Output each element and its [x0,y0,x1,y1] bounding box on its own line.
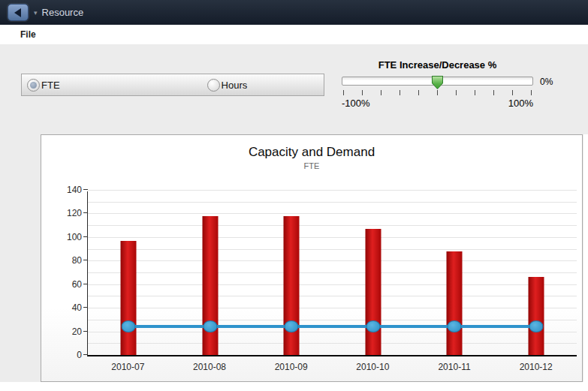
y-axis-label: 80 [52,255,82,266]
slider-tick [362,90,363,95]
chart-panel: Capacity and Demand FTE 0204060801001201… [41,134,583,382]
y-axis-label: 120 [52,208,82,218]
radio-hours-label: Hours [222,80,248,91]
fte-slider-widget: FTE Increase/Decrease % 0% -100% 100% [342,59,533,109]
slider-tick [512,90,513,95]
capacity-line [128,325,536,328]
bar [121,241,137,355]
line-marker [285,320,299,332]
x-axis-labels: 2010-072010-082010-092010-102010-112010-… [87,362,577,372]
slider-tick [381,90,381,95]
back-button[interactable] [8,4,29,21]
window-title: Resource [42,7,84,18]
radio-hours[interactable]: Hours [207,79,248,92]
x-axis-label: 2010-09 [250,362,332,372]
x-axis-label: 2010-07 [87,362,169,372]
y-axis-label: 40 [52,302,82,313]
plot-area: 020406080100120140 [87,191,577,356]
slider-thumb-face [433,77,442,89]
slider-tick [418,90,419,95]
radio-fte[interactable]: FTE [27,79,60,92]
slider-tick [475,90,475,95]
slider-ticks [342,90,533,95]
bar [447,251,463,355]
back-arrow-icon [14,8,21,17]
slider-tick [531,90,532,95]
bar-series [88,191,577,355]
x-axis-label: 2010-10 [332,362,414,372]
slider-min-label: -100% [342,98,370,109]
bar [528,277,544,355]
line-marker [448,320,462,332]
chart-subtitle: FTE [41,161,582,170]
x-axis-label: 2010-12 [495,362,577,372]
unit-radio-group: FTE Hours [21,74,324,96]
slider-label: FTE Increase/Decrease % [342,59,533,71]
y-axis-label: 20 [52,326,82,337]
slider-thumb[interactable] [432,76,443,89]
y-axis-label: 60 [52,279,82,290]
y-axis-label: 100 [52,232,82,242]
slider-track-wrap: 0% [342,76,533,87]
line-marker [122,320,136,332]
slider-value: 0% [540,77,553,87]
bar [284,216,300,355]
line-marker [366,320,380,332]
radio-button-icon[interactable] [207,79,220,92]
y-axis-label: 140 [52,185,82,195]
slider-tick [456,90,457,95]
bar [365,229,381,355]
line-marker [203,320,217,332]
slider-range-labels: -100% 100% [342,98,533,109]
slider-tick [400,90,400,95]
title-bar: ▾ Resource [0,0,588,25]
radio-fte-label: FTE [41,80,60,91]
y-axis-tick [83,189,88,190]
radio-button-icon[interactable] [27,79,40,92]
slider-tick [437,90,438,95]
x-axis-label: 2010-08 [169,362,251,372]
bar [202,216,218,355]
chart-title: Capacity and Demand [41,145,582,160]
slider-max-label: 100% [508,98,533,109]
x-axis-label: 2010-11 [414,362,496,372]
gridline [88,190,577,191]
menu-bar: File [0,25,588,44]
line-marker [529,320,543,332]
dropdown-caret-icon[interactable]: ▾ [34,9,38,17]
y-axis-label: 0 [52,350,82,360]
slider-tick [493,90,494,95]
slider-tick [343,90,344,95]
menu-item-file[interactable]: File [20,29,36,40]
